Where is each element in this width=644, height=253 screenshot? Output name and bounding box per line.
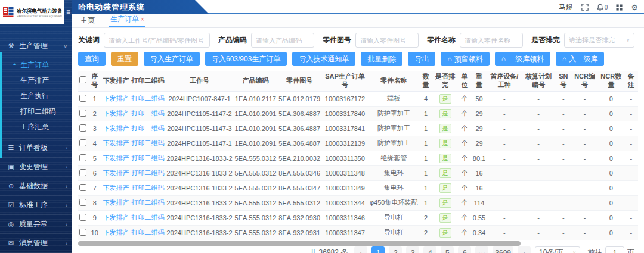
notification-bell-icon[interactable]: 0: [597, 4, 608, 11]
cell-unit: 个: [457, 210, 471, 225]
sidebar-collapse-icon[interactable]: ≡: [66, 8, 70, 15]
cell-dispatch[interactable]: 下发排产: [101, 180, 130, 195]
batch-delete-button[interactable]: 批量删除: [361, 52, 402, 66]
drawing-no-input[interactable]: [355, 33, 419, 48]
cell-part-drawing-no: 5EA.210.0032: [277, 151, 321, 165]
reserve-pick-button[interactable]: ⌂ 预留领料: [441, 52, 489, 66]
scheduled-status-badge: 是: [439, 168, 451, 178]
sidebar-item-standard-process[interactable]: ☑ 标准工序 ›: [0, 196, 72, 215]
import-603-button[interactable]: 导入603/903生产订单: [205, 52, 287, 66]
row-checkbox[interactable]: [79, 199, 86, 206]
cell-sn-no: -: [555, 121, 571, 136]
sidebar-item-process-summary[interactable]: 工序汇总: [0, 119, 72, 135]
scrollbar-thumb[interactable]: [78, 241, 521, 246]
cell-part-name: 集电环: [369, 165, 419, 180]
top-header: 哈电动装管理系统 马煜 0: [72, 0, 644, 14]
cell-remark: -: [624, 121, 638, 136]
row-checkbox[interactable]: [79, 124, 86, 132]
cell-product-code: 1EA.010.2091: [234, 106, 278, 121]
table-row: 4下发排产打印二维码2024HPC1105-1147-11EA.010.2091…: [78, 136, 638, 151]
row-checkbox[interactable]: [79, 184, 86, 191]
row-checkbox[interactable]: [79, 110, 86, 117]
cell-print-qr[interactable]: 打印二维码: [130, 195, 165, 210]
sidebar-item-change-management[interactable]: ▣ 变更管理 ›: [0, 158, 72, 177]
cell-print-qr[interactable]: 打印二维码: [130, 165, 165, 180]
row-checkbox[interactable]: [79, 154, 86, 161]
settings-gear-icon[interactable]: ⚙: [631, 4, 638, 11]
tab-production-order[interactable]: 生产订单 ×: [109, 13, 145, 27]
sidebar-item-order-board[interactable]: ☰ 订单看板 ›: [0, 139, 72, 158]
cell-dispatch[interactable]: 下发排产: [101, 210, 130, 225]
page-size-select[interactable]: 10条/页 ∨: [535, 246, 580, 253]
page-buttons: 123456···3699: [371, 246, 513, 253]
sidebar-item-label: 标准工序: [19, 200, 61, 210]
cell-dispatch[interactable]: 下发排产: [101, 165, 130, 180]
prev-page-button[interactable]: ‹: [354, 246, 367, 253]
cell-print-qr[interactable]: 打印二维码: [130, 225, 165, 240]
page-button-3699[interactable]: 3699: [493, 246, 513, 253]
sidebar-item-production-scheduling[interactable]: 生产排产: [0, 73, 72, 88]
page-jump-input[interactable]: [605, 246, 624, 253]
page-button-1[interactable]: 1: [371, 246, 385, 253]
cell-print-qr[interactable]: 打印二维码: [130, 91, 165, 106]
product-code-input[interactable]: [251, 33, 314, 48]
reset-button[interactable]: 重置: [111, 52, 138, 66]
cell-first-device: -: [487, 165, 522, 180]
cell-dispatch[interactable]: 下发排产: [101, 136, 130, 151]
cell-dispatch[interactable]: 下发排产: [101, 225, 130, 240]
cell-weight: 16: [472, 165, 487, 180]
import-order-button[interactable]: 导入生产订单: [144, 52, 200, 66]
cell-dispatch[interactable]: 下发排产: [101, 106, 130, 121]
cell-weight: 29: [472, 106, 487, 121]
sidebar-item-print-qrcode[interactable]: 打印二维码: [0, 104, 72, 119]
import-tech-notice-button[interactable]: 导入技术通知单: [292, 52, 355, 66]
query-button[interactable]: 查询: [78, 52, 106, 66]
part-name-input[interactable]: [460, 33, 523, 48]
cell-dispatch[interactable]: 下发排产: [101, 151, 130, 165]
row-checkbox[interactable]: [79, 229, 86, 236]
sidebar-item-quality-exception[interactable]: ◎ 质量异常 ›: [0, 215, 72, 234]
cell-dispatch[interactable]: 下发排产: [101, 121, 130, 136]
cell-print-qr[interactable]: 打印二维码: [130, 180, 165, 195]
row-checkbox[interactable]: [79, 169, 86, 176]
page-button-2[interactable]: 2: [389, 246, 402, 253]
cell-dispatch[interactable]: 下发排产: [101, 195, 130, 210]
page-button-5[interactable]: 5: [441, 246, 454, 253]
keyword-input[interactable]: [104, 33, 210, 48]
table-row: 2下发排产打印二维码2024HPC1105-1147-21EA.010.2091…: [78, 106, 638, 121]
l2-in-button[interactable]: ⌂ 入二级库: [556, 52, 604, 66]
cell-print-qr[interactable]: 打印二维码: [130, 136, 165, 151]
sidebar-item-production[interactable]: ⚒ 生产管理 ∨: [0, 37, 72, 56]
page-button-4[interactable]: 4: [423, 246, 436, 253]
tab-home[interactable]: 主页: [79, 14, 96, 27]
col-header-weight: 重量: [472, 71, 487, 91]
row-checkbox[interactable]: [79, 214, 86, 221]
sidebar-item-production-order[interactable]: 生产订单: [0, 57, 72, 73]
sub-item-label: 工序汇总: [20, 122, 49, 132]
cell-print-qr[interactable]: 打印二维码: [130, 210, 165, 225]
scheduled-select[interactable]: 请选择是否排完 ∨: [564, 33, 634, 48]
cell-scheduled: 是: [433, 165, 458, 180]
row-checkbox[interactable]: [79, 139, 86, 146]
sidebar-item-message-management[interactable]: ✉ 消息管理 ›: [0, 234, 72, 253]
tab-close-icon[interactable]: ×: [141, 17, 144, 23]
cell-first-device: -: [487, 151, 522, 165]
select-all-checkbox[interactable]: [79, 76, 86, 83]
page-button-3[interactable]: 3: [406, 246, 419, 253]
fullscreen-icon[interactable]: [581, 4, 589, 11]
export-button[interactable]: 导出: [408, 52, 435, 66]
current-user[interactable]: 马煜: [559, 2, 573, 13]
cell-product-code: 1EA.010.2091: [234, 136, 278, 151]
cell-dispatch[interactable]: 下发排产: [101, 91, 130, 106]
row-checkbox[interactable]: [79, 95, 86, 102]
page-ellipsis[interactable]: ···: [475, 246, 488, 253]
sidebar-item-base-data[interactable]: ⊕ 基础数据 ›: [0, 177, 72, 196]
sidebar-item-production-execution[interactable]: 生产执行: [0, 88, 72, 104]
apps-grid-icon[interactable]: [616, 4, 623, 11]
cell-print-qr[interactable]: 打印二维码: [130, 121, 165, 136]
cell-print-qr[interactable]: 打印二维码: [130, 151, 165, 165]
next-page-button[interactable]: ›: [518, 246, 531, 253]
cell-print-qr[interactable]: 打印二维码: [130, 106, 165, 121]
l2-pick-button[interactable]: ⌂ 二级库领料: [495, 52, 550, 66]
page-button-6[interactable]: 6: [458, 246, 471, 253]
